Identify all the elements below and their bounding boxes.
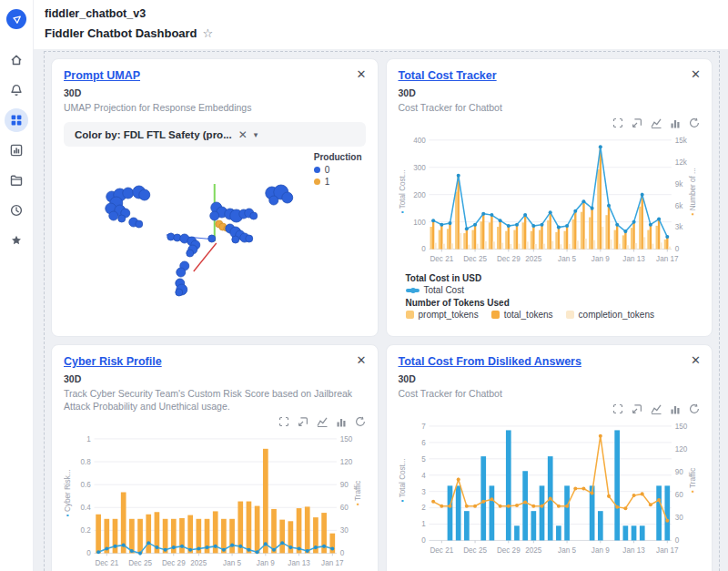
svg-text:Jan 13: Jan 13 [622, 255, 645, 263]
svg-text:4: 4 [421, 472, 426, 480]
svg-text:6: 6 [421, 439, 426, 447]
sidebar-item-favorites[interactable] [5, 229, 28, 252]
line-chart-icon[interactable] [317, 416, 328, 427]
sidebar-item-charts[interactable] [5, 138, 28, 162]
line-chart-icon[interactable] [651, 117, 662, 128]
svg-text:▪ Traffic: ▪ Traffic [688, 468, 696, 493]
bar-chart-icon[interactable] [670, 117, 681, 128]
panel-title-link[interactable]: Cyber Risk Profile [64, 355, 366, 368]
sidebar-item-history[interactable] [5, 199, 28, 222]
svg-text:30: 30 [340, 527, 349, 535]
restore-icon[interactable] [689, 403, 700, 414]
svg-text:90: 90 [674, 468, 683, 476]
panel-description: Cost Tracker for Chatbot [399, 101, 701, 114]
svg-text:2: 2 [421, 505, 426, 513]
close-icon[interactable]: ✕ [357, 68, 367, 80]
svg-text:60: 60 [340, 504, 349, 512]
legend-item-total-cost[interactable]: Total Cost [406, 285, 464, 295]
close-icon[interactable]: ✕ [691, 354, 701, 366]
line-chart-icon[interactable] [651, 403, 662, 414]
umap-legend: Production 01 [314, 152, 362, 187]
legend-marker-icon [491, 311, 500, 319]
clear-icon[interactable]: ✕ [238, 128, 248, 141]
sidebar-item-dashboards[interactable] [5, 108, 28, 132]
legend-item-total_tokens[interactable]: total_tokens [491, 310, 553, 320]
chart-toolbar [399, 117, 701, 130]
zoom-reset-icon[interactable] [632, 403, 642, 414]
legend-item-completion_tokens[interactable]: completion_tokens [566, 310, 654, 320]
time-range-label: 30D [399, 87, 701, 98]
panel-description: Track Cyber Security Team's Custom Risk … [64, 387, 366, 413]
zoom-reset-icon[interactable] [632, 117, 642, 128]
legend-dot-icon [314, 178, 320, 185]
svg-text:100: 100 [413, 219, 426, 227]
bar-chart-icon[interactable] [670, 403, 681, 414]
svg-text:1: 1 [421, 521, 426, 529]
disliked-cost-chart[interactable]: 012345670306090120150Dec 21Dec 25Dec 292… [399, 416, 701, 558]
svg-text:0.8: 0.8 [80, 458, 91, 466]
home-icon [9, 53, 24, 67]
sidebar-item-projects[interactable] [5, 168, 28, 192]
clock-icon [9, 203, 24, 218]
project-name[interactable]: fiddler_chatbot_v3 [45, 7, 717, 20]
sidebar-item-home[interactable] [5, 48, 28, 72]
svg-text:30: 30 [674, 514, 683, 522]
svg-text:0: 0 [421, 536, 426, 545]
svg-text:12k: 12k [674, 158, 687, 167]
svg-text:Dec 21: Dec 21 [430, 546, 453, 555]
svg-text:0.4: 0.4 [80, 504, 91, 512]
svg-text:2025: 2025 [525, 255, 542, 263]
svg-text:▪ Total Cost...: ▪ Total Cost... [399, 170, 407, 214]
legend-title: Production [314, 152, 362, 162]
svg-text:0: 0 [421, 246, 426, 254]
zoom-box-icon[interactable] [612, 403, 623, 414]
sidebar [0, 0, 34, 571]
svg-text:Jan 17: Jan 17 [321, 559, 344, 567]
legend-item-0[interactable]: 0 [314, 165, 362, 175]
panel-title-link[interactable]: Total Cost From Disliked Answers [399, 355, 701, 368]
svg-text:Dec 29: Dec 29 [496, 255, 520, 263]
app-window: fiddler_chatbot_v3 Fiddler Chatbot Dashb… [0, 0, 728, 571]
svg-text:▪ Traffic: ▪ Traffic [354, 481, 362, 505]
svg-text:90: 90 [340, 481, 349, 489]
zoom-box-icon[interactable] [278, 416, 289, 427]
close-icon[interactable]: ✕ [357, 354, 367, 366]
svg-text:Jan 9: Jan 9 [591, 255, 609, 263]
cyber-risk-chart[interactable]: 00.20.40.60.810306090120150Dec 21Dec 25D… [64, 429, 366, 571]
star-outline-icon[interactable]: ☆ [203, 27, 214, 39]
svg-text:0: 0 [86, 550, 91, 558]
sidebar-item-alerts[interactable] [5, 78, 28, 102]
svg-text:7: 7 [421, 423, 426, 431]
legend-item-prompt_tokens[interactable]: prompt_tokens [406, 310, 479, 320]
zoom-box-icon[interactable] [612, 117, 623, 128]
restore-icon[interactable] [355, 416, 366, 427]
svg-text:9k: 9k [674, 180, 683, 189]
cost-tracker-chart[interactable]: 010020030040003k6k9k12k15kDec 21Dec 25De… [399, 130, 701, 267]
bar-chart-icon [9, 143, 24, 158]
panel-title-link[interactable]: Total Cost Tracker [399, 69, 701, 82]
star-icon [9, 233, 24, 248]
svg-text:Dec 25: Dec 25 [463, 255, 487, 263]
restore-icon[interactable] [689, 117, 700, 128]
chevron-down-icon[interactable]: ▾ [254, 130, 258, 139]
svg-text:6k: 6k [674, 202, 683, 210]
umap-plot[interactable]: Production 01 [64, 150, 366, 332]
main-area: fiddler_chatbot_v3 Fiddler Chatbot Dashb… [34, 0, 728, 571]
svg-text:1: 1 [86, 435, 91, 444]
bar-chart-icon[interactable] [336, 416, 347, 427]
time-range-label: 30D [399, 373, 701, 384]
close-icon[interactable]: ✕ [691, 68, 701, 80]
svg-text:5: 5 [421, 455, 426, 464]
svg-text:Jan 9: Jan 9 [591, 546, 609, 555]
legend-item-1[interactable]: 1 [314, 177, 362, 187]
time-range-label: 30D [64, 373, 366, 384]
panel-title-link[interactable]: Prompt UMAP [64, 69, 366, 82]
dashboard-canvas: Prompt UMAP ✕ 30D UMAP Projection for Re… [44, 51, 720, 571]
color-by-label: Color by: FDL FTL Safety (pro... [75, 129, 232, 140]
legend-heading: Total Cost in USD [406, 273, 701, 283]
svg-text:Dec 29: Dec 29 [162, 559, 186, 567]
zoom-reset-icon[interactable] [298, 416, 308, 427]
page-title: Fiddler Chatbot Dashboard [45, 26, 197, 40]
color-by-dropdown[interactable]: Color by: FDL FTL Safety (pro... ✕ ▾ [64, 122, 366, 147]
fiddler-logo-icon[interactable] [6, 9, 26, 29]
